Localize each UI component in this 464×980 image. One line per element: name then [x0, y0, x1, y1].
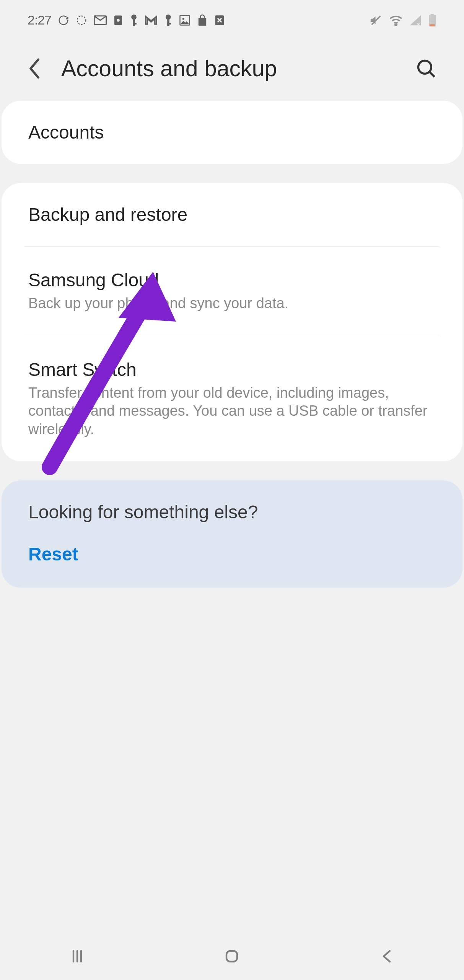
samsung-cloud-item[interactable]: Samsung Cloud Back up your phone and syn… — [2, 247, 462, 336]
samsung-cloud-title: Samsung Cloud — [28, 270, 436, 291]
reset-link[interactable]: Reset — [28, 544, 436, 565]
suggestion-card: Looking for something else? Reset — [2, 480, 462, 588]
close-file-icon — [214, 14, 225, 26]
svg-rect-17 — [430, 24, 435, 26]
search-button[interactable] — [415, 57, 437, 80]
wifi-icon — [389, 15, 403, 26]
status-time: 2:27 — [28, 13, 51, 28]
home-button[interactable] — [223, 947, 241, 965]
signal-icon — [409, 15, 422, 26]
app-header: Accounts and backup — [0, 40, 464, 101]
page-title: Accounts and backup — [61, 56, 396, 82]
bag-icon — [197, 14, 208, 26]
status-left: 2:27 — [28, 13, 225, 28]
status-bar: 2:27 — [0, 0, 464, 40]
svg-point-18 — [418, 60, 431, 74]
svg-rect-24 — [226, 951, 237, 962]
sync-icon — [58, 15, 69, 26]
svg-point-7 — [166, 14, 171, 20]
svg-point-3 — [117, 19, 120, 22]
suggestion-title: Looking for something else? — [28, 501, 436, 523]
accounts-title: Accounts — [28, 122, 436, 143]
status-right — [370, 13, 436, 27]
svg-rect-6 — [133, 23, 137, 24]
backup-restore-title: Backup and restore — [28, 204, 436, 225]
svg-point-0 — [77, 16, 86, 24]
backup-restore-header: Backup and restore — [2, 183, 462, 246]
accounts-card: Accounts — [2, 101, 462, 164]
svg-point-14 — [395, 24, 397, 26]
back-button[interactable] — [27, 57, 42, 80]
key-icon-2 — [164, 14, 173, 27]
loading-icon — [76, 15, 87, 26]
gmail-icon — [145, 15, 158, 26]
backup-card: Backup and restore Samsung Cloud Back up… — [2, 183, 462, 461]
svg-point-4 — [131, 14, 137, 20]
accounts-item[interactable]: Accounts — [2, 101, 462, 164]
nav-back-button[interactable] — [378, 947, 396, 965]
svg-rect-16 — [431, 14, 434, 16]
square-icon — [113, 15, 123, 26]
svg-point-11 — [182, 18, 184, 20]
svg-line-19 — [430, 72, 435, 77]
key-icon — [130, 14, 138, 27]
samsung-cloud-sub: Back up your phone and sync your data. — [28, 294, 436, 313]
smart-switch-sub: Transfer content from your old device, i… — [28, 384, 436, 439]
picture-icon — [179, 15, 190, 26]
recents-button[interactable] — [68, 947, 86, 965]
svg-rect-9 — [167, 23, 171, 24]
mute-icon — [370, 14, 383, 27]
battery-icon — [428, 13, 436, 27]
mail-icon — [94, 15, 107, 26]
smart-switch-item[interactable]: Smart Switch Transfer content from your … — [2, 336, 462, 462]
svg-rect-5 — [133, 19, 135, 26]
navigation-bar — [0, 932, 464, 980]
svg-rect-8 — [167, 19, 169, 26]
smart-switch-title: Smart Switch — [28, 359, 436, 380]
